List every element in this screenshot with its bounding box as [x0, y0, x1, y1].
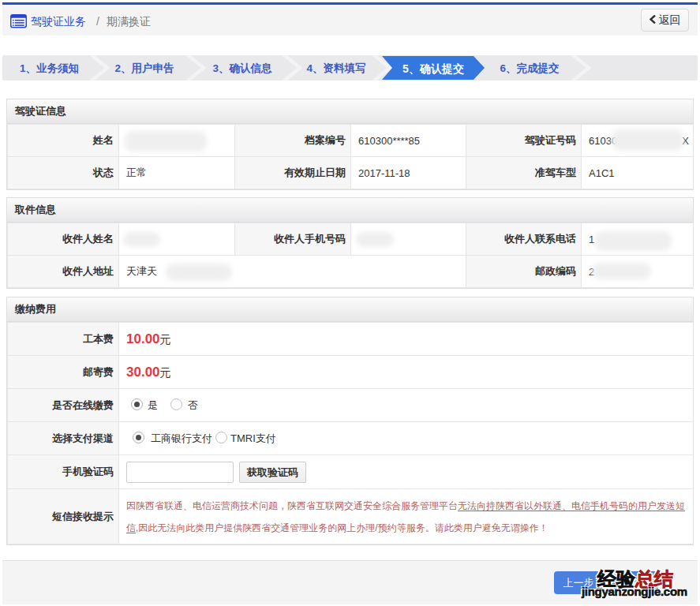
svg-text:3、确认信息: 3、确认信息 — [212, 62, 272, 74]
svg-text:6、完成提交: 6、完成提交 — [500, 62, 560, 74]
svg-text:4、资料填写: 4、资料填写 — [306, 62, 365, 74]
svg-text:5、确认提交: 5、确认提交 — [402, 62, 464, 75]
svg-text:2、用户申告: 2、用户申告 — [114, 62, 174, 74]
svg-text:1、业务须知: 1、业务须知 — [20, 62, 79, 74]
